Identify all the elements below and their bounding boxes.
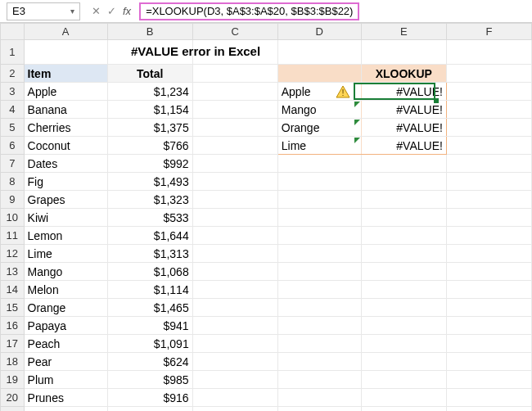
row-head-18[interactable]: 18 [1, 353, 25, 371]
cell-C8[interactable] [192, 173, 277, 191]
cell-C16[interactable] [192, 317, 277, 335]
name-box[interactable]: E3 ▾ [7, 2, 80, 20]
cell-B5[interactable]: $1,375 [107, 119, 192, 137]
cell-C3[interactable] [192, 83, 277, 101]
cell-F12[interactable] [446, 245, 531, 263]
cell-D5[interactable]: Orange [277, 119, 361, 137]
cell-B7[interactable]: $992 [107, 155, 192, 173]
select-all-corner[interactable] [1, 24, 25, 40]
cell-E13[interactable] [361, 263, 446, 281]
cell-B2[interactable]: Total [107, 65, 192, 83]
cell-D14[interactable] [277, 281, 361, 299]
cell-B19[interactable]: $985 [107, 371, 192, 389]
cell-E12[interactable] [361, 245, 446, 263]
cell-E9[interactable] [361, 191, 446, 209]
row-head-10[interactable]: 10 [1, 209, 25, 227]
col-head-D[interactable]: D [277, 24, 361, 40]
cell-B8[interactable]: $1,493 [107, 173, 192, 191]
accept-icon[interactable]: ✓ [107, 5, 116, 17]
cell-D1[interactable] [277, 40, 361, 65]
cell-F5[interactable] [446, 119, 531, 137]
cell-A16[interactable]: Papaya [24, 317, 107, 335]
cell-D17[interactable] [277, 335, 361, 353]
cell-A21[interactable] [24, 407, 107, 412]
cell-D19[interactable] [277, 371, 361, 389]
row-head-3[interactable]: 3 [1, 83, 25, 101]
cell-F13[interactable] [446, 263, 531, 281]
cell-B6[interactable]: $766 [107, 137, 192, 155]
cell-E11[interactable] [361, 227, 446, 245]
cell-D2[interactable] [277, 65, 361, 83]
cell-A13[interactable]: Mango [24, 263, 107, 281]
row-head-20[interactable]: 20 [1, 389, 25, 407]
cell-A12[interactable]: Lime [24, 245, 107, 263]
cell-D13[interactable] [277, 263, 361, 281]
cell-D9[interactable] [277, 191, 361, 209]
cell-F1[interactable] [446, 40, 531, 65]
cell-E10[interactable] [361, 209, 446, 227]
col-head-C[interactable]: C [192, 24, 277, 40]
row-head-4[interactable]: 4 [1, 101, 25, 119]
cell-A6[interactable]: Coconut [24, 137, 107, 155]
cancel-icon[interactable]: ✕ [92, 5, 101, 17]
row-head-13[interactable]: 13 [1, 263, 25, 281]
cell-E21[interactable] [361, 407, 446, 412]
cell-C17[interactable] [192, 335, 277, 353]
cell-C13[interactable] [192, 263, 277, 281]
cell-D20[interactable] [277, 389, 361, 407]
cell-D10[interactable] [277, 209, 361, 227]
cell-B13[interactable]: $1,068 [107, 263, 192, 281]
cell-E15[interactable] [361, 299, 446, 317]
cell-E17[interactable] [361, 335, 446, 353]
cell-C11[interactable] [192, 227, 277, 245]
cell-B9[interactable]: $1,323 [107, 191, 192, 209]
cell-A8[interactable]: Fig [24, 173, 107, 191]
cell-F9[interactable] [446, 191, 531, 209]
row-head-5[interactable]: 5 [1, 119, 25, 137]
cell-F15[interactable] [446, 299, 531, 317]
col-head-F[interactable]: F [446, 24, 531, 40]
cell-A11[interactable]: Lemon [24, 227, 107, 245]
cell-B14[interactable]: $1,114 [107, 281, 192, 299]
cell-C7[interactable] [192, 155, 277, 173]
cell-A17[interactable]: Peach [24, 335, 107, 353]
chevron-down-icon[interactable]: ▾ [70, 7, 74, 16]
col-head-E[interactable]: E [361, 24, 446, 40]
cell-C4[interactable] [192, 101, 277, 119]
fx-icon[interactable]: fx [123, 5, 131, 17]
cell-B10[interactable]: $533 [107, 209, 192, 227]
cell-E6[interactable]: #VALUE! [361, 137, 446, 155]
cell-F20[interactable] [446, 389, 531, 407]
cell-F3[interactable] [446, 83, 531, 101]
cell-C14[interactable] [192, 281, 277, 299]
spreadsheet-grid[interactable]: A B C D E F 1 2 Item Total XLOOKUP 3 App… [0, 23, 532, 411]
row-head-17[interactable]: 17 [1, 335, 25, 353]
cell-E16[interactable] [361, 317, 446, 335]
cell-B16[interactable]: $941 [107, 317, 192, 335]
cell-E4[interactable]: #VALUE! [361, 101, 446, 119]
cell-B4[interactable]: $1,154 [107, 101, 192, 119]
row-head-11[interactable]: 11 [1, 227, 25, 245]
cell-D18[interactable] [277, 353, 361, 371]
cell-C20[interactable] [192, 389, 277, 407]
cell-A15[interactable]: Orange [24, 299, 107, 317]
cell-C6[interactable] [192, 137, 277, 155]
cell-C12[interactable] [192, 245, 277, 263]
cell-D11[interactable] [277, 227, 361, 245]
row-head-16[interactable]: 16 [1, 317, 25, 335]
cell-C10[interactable] [192, 209, 277, 227]
cell-A10[interactable]: Kiwi [24, 209, 107, 227]
cell-B20[interactable]: $916 [107, 389, 192, 407]
cell-C15[interactable] [192, 299, 277, 317]
cell-E5[interactable]: #VALUE! [361, 119, 446, 137]
cell-C21[interactable] [192, 407, 277, 412]
cell-D8[interactable] [277, 173, 361, 191]
cell-E7[interactable] [361, 155, 446, 173]
row-head-9[interactable]: 9 [1, 191, 25, 209]
row-head-1[interactable]: 1 [1, 40, 25, 65]
cell-A3[interactable]: Apple [24, 83, 107, 101]
row-head-2[interactable]: 2 [1, 65, 25, 83]
cell-F7[interactable] [446, 155, 531, 173]
cell-A7[interactable]: Dates [24, 155, 107, 173]
cell-F4[interactable] [446, 101, 531, 119]
